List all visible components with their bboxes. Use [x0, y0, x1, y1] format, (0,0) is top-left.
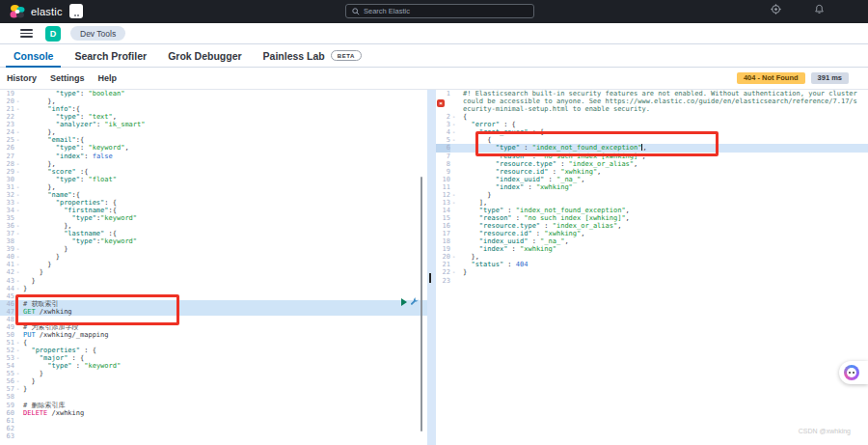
request-code-line[interactable]: 21- "info":{ — [0, 105, 427, 113]
response-code-line[interactable]: 22-} — [436, 268, 868, 276]
settings-icon[interactable] — [770, 3, 782, 15]
response-code-line[interactable]: 19 "index" : "xwhking" — [436, 245, 868, 253]
fold-toggle-icon[interactable]: - — [450, 121, 457, 128]
request-code-line[interactable]: 20- }, — [0, 97, 427, 105]
request-code-line[interactable]: 42- } — [0, 268, 427, 276]
response-code-line[interactable]: 12- } — [436, 191, 868, 199]
response-code-line[interactable]: 16 "resource.type" : "index_or_alias", — [436, 222, 868, 230]
response-code-line[interactable]: 14 "type" : "index_not_found_exception", — [436, 207, 868, 214]
request-code-line[interactable]: 51-{ — [0, 339, 427, 347]
response-code-line[interactable]: 2-{ — [436, 113, 868, 121]
response-code-line[interactable]: 20- }, — [436, 253, 868, 261]
fold-toggle-icon[interactable]: - — [14, 277, 21, 285]
request-code-line[interactable]: 59# 删除索引库 — [0, 402, 427, 409]
fold-toggle-icon[interactable]: - — [450, 268, 457, 276]
fold-toggle-icon[interactable]: - — [450, 253, 457, 261]
request-code-line[interactable]: 58 — [0, 393, 427, 401]
fold-toggle-icon[interactable]: - — [14, 160, 21, 168]
fold-toggle-icon[interactable]: - — [14, 370, 21, 377]
fold-toggle-icon[interactable]: - — [14, 285, 21, 292]
menu-hamburger-icon[interactable] — [20, 29, 33, 38]
request-code-line[interactable]: 45 — [0, 292, 427, 300]
response-code-line[interactable]: 11 "index" : "xwhking" — [436, 183, 868, 191]
request-code-line[interactable]: 43- } — [0, 277, 427, 285]
response-code-line[interactable]: 13- ], — [436, 199, 868, 207]
alerts-bell-icon[interactable] — [813, 3, 826, 15]
response-code-line[interactable]: 7 "reason" : "no such index [xwhking]", — [436, 153, 868, 160]
response-code-line[interactable]: 8 "resource.type" : "index_or_alias", — [436, 160, 868, 168]
response-code-line[interactable]: 1#! Elasticsearch built-in security feat… — [436, 90, 868, 113]
fold-toggle-icon[interactable]: - — [14, 207, 21, 214]
help-link[interactable]: Help — [98, 73, 118, 83]
fold-toggle-icon[interactable]: - — [14, 230, 21, 237]
request-code-line[interactable]: 31- }, — [0, 183, 427, 191]
request-code-line[interactable]: 44-} — [0, 285, 427, 292]
response-code-line[interactable]: 21 "status" : 404 — [436, 261, 868, 268]
request-code-line[interactable]: 23 "analyzer": "ik_smart" — [0, 121, 427, 128]
response-code-line[interactable]: 4- "root_cause" : [ — [436, 128, 868, 136]
run-request-button[interactable] — [401, 298, 407, 306]
request-code-line[interactable]: 25- "email":{ — [0, 136, 427, 144]
request-code-line[interactable]: 60DELETE /xwhking — [0, 409, 427, 417]
request-code-line[interactable]: 50PUT /xwhking/_mapping — [0, 331, 427, 339]
response-code-line[interactable]: 6 "type" : "index_not_found_exception", — [436, 144, 868, 152]
history-link[interactable]: History — [7, 73, 37, 83]
breadcrumb[interactable]: Dev Tools — [70, 26, 125, 41]
request-code-line[interactable]: 56- } — [0, 377, 427, 385]
request-code-line[interactable]: 49# 为索引添加字段 — [0, 323, 427, 331]
fold-toggle-icon[interactable]: - — [14, 97, 21, 105]
response-editor[interactable]: × 1#! Elasticsearch built-in security fe… — [436, 90, 868, 445]
request-code-line[interactable]: 29- "score" :{ — [0, 168, 427, 176]
response-code-line[interactable]: 9 "resource.id" : "xwhking", — [436, 168, 868, 176]
request-code-line[interactable]: 28- }, — [0, 160, 427, 168]
fold-toggle-icon[interactable]: - — [450, 199, 457, 207]
fold-toggle-icon[interactable]: - — [450, 128, 457, 136]
request-code-line[interactable]: 54 "type" : "keyword" — [0, 362, 427, 370]
fold-toggle-icon[interactable]: - — [14, 268, 21, 276]
request-code-line[interactable]: 27 "index": false — [0, 153, 427, 160]
request-code-line[interactable]: 48 — [0, 316, 427, 323]
response-code-line[interactable]: 23 — [436, 277, 868, 285]
fold-toggle-icon[interactable]: - — [14, 354, 21, 362]
fold-toggle-icon[interactable]: - — [14, 377, 21, 385]
fold-toggle-icon[interactable]: - — [14, 339, 21, 347]
request-code-line[interactable]: 33- "properties": { — [0, 199, 427, 207]
request-code-line[interactable]: 32- "name":{ — [0, 191, 427, 199]
fold-toggle-icon[interactable]: - — [14, 199, 21, 207]
response-code-line[interactable]: 15 "reason" : "no such index [xwhking]", — [436, 214, 868, 222]
tab-painless-lab[interactable]: Painless Lab BETA — [253, 44, 373, 67]
fold-toggle-icon[interactable]: - — [14, 385, 21, 393]
request-code-line[interactable]: 35 "type":"keyword" — [0, 214, 427, 222]
fold-toggle-icon[interactable]: - — [450, 113, 457, 121]
fold-toggle-icon[interactable]: - — [14, 183, 21, 191]
fold-toggle-icon[interactable]: - — [14, 191, 21, 199]
request-code-line[interactable]: 38 "type":"keyword" — [0, 237, 427, 245]
request-code-line[interactable]: 37- "lastname" :{ — [0, 230, 427, 237]
request-editor[interactable]: 19 "type": "boolean"20- },21- "info":{22… — [0, 90, 427, 445]
tab-console[interactable]: Console — [3, 44, 64, 67]
request-code-line[interactable]: 52- "properties" : { — [0, 347, 427, 354]
fold-toggle-icon[interactable]: - — [14, 253, 21, 261]
response-code-line[interactable]: 10 "index_uuid" : "_na_", — [436, 176, 868, 183]
request-code-line[interactable]: 24- }, — [0, 128, 427, 136]
global-search[interactable] — [345, 4, 534, 18]
fold-toggle-icon[interactable]: - — [14, 347, 21, 354]
fold-toggle-icon[interactable]: - — [14, 128, 21, 136]
response-code-line[interactable]: 18 "index_uuid" : "_na_", — [436, 237, 868, 245]
request-code-line[interactable]: 36- }, — [0, 222, 427, 230]
request-code-line[interactable]: 53- "major" : { — [0, 354, 427, 362]
request-code-line[interactable]: 62 — [0, 425, 427, 432]
assistant-button[interactable] — [839, 361, 868, 384]
elastic-logo[interactable]: elastic — [10, 4, 63, 19]
request-code-line[interactable]: 39- } — [0, 245, 427, 253]
tab-search-profiler[interactable]: Search Profiler — [64, 44, 157, 67]
fold-toggle-icon[interactable]: - — [450, 191, 457, 199]
fold-toggle-icon[interactable]: - — [14, 261, 21, 268]
request-code-line[interactable]: 22 "type": "text", — [0, 113, 427, 121]
request-code-line[interactable]: 55- } — [0, 370, 427, 377]
panel-divider[interactable] — [427, 90, 436, 445]
request-code-line[interactable]: 57-} — [0, 385, 427, 393]
request-code-line[interactable]: 19 "type": "boolean" — [0, 90, 427, 97]
request-code-line[interactable]: 47GET /xwhking — [0, 308, 427, 316]
response-code-line[interactable]: 3- "error" : { — [436, 121, 868, 128]
